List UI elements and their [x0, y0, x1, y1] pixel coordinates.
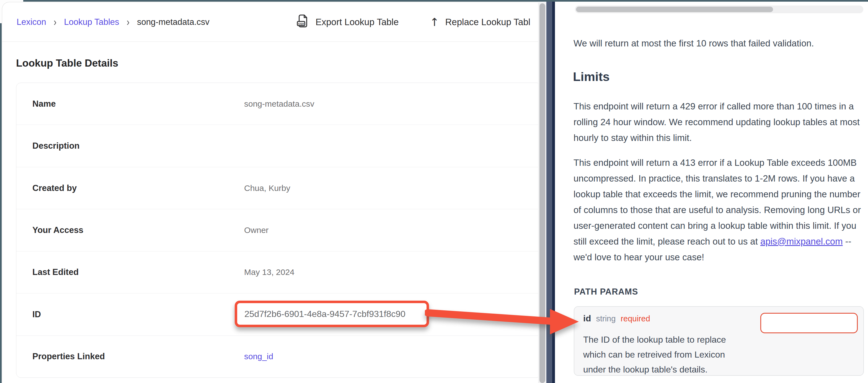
param-description-line: The ID of the lookup table to replace: [583, 332, 726, 347]
apis-mixpanel-email-link[interactable]: apis@mixpanel.com: [760, 236, 843, 246]
param-description: The ID of the lookup table to replace wh…: [583, 332, 726, 377]
row-label: Last Edited: [32, 267, 79, 277]
limits-paragraph-429: This endpoint will return a 429 error if…: [574, 98, 863, 146]
row-label: Properties Linked: [32, 351, 105, 361]
svg-text:csv: csv: [298, 22, 304, 26]
row-label: Created by: [32, 183, 77, 193]
row-label: ID: [32, 310, 41, 319]
csv-file-icon: csv: [296, 14, 309, 30]
param-header: id string required: [583, 313, 650, 323]
replace-lookup-table-button[interactable]: ↑ Replace Lookup Tabl: [430, 2, 530, 42]
param-description-line: which can be retreived from Lexicon: [583, 347, 726, 362]
backdrop-top-strip: [23, 0, 868, 2]
limits-paragraph-413: This endpoint will return a 413 error if…: [574, 155, 864, 265]
page-title: Lookup Table Details: [16, 58, 118, 69]
row-label: Description: [32, 141, 80, 151]
param-description-line: under the lookup table's details.: [583, 362, 726, 377]
song-id-property-link[interactable]: song_id: [244, 352, 273, 361]
param-type: string: [596, 314, 616, 323]
export-lookup-table-button[interactable]: csv Export Lookup Table: [296, 2, 399, 42]
param-required-badge: required: [621, 314, 650, 323]
breadcrumb-lexicon[interactable]: Lexicon: [17, 17, 46, 27]
export-button-label: Export Lookup Table: [315, 17, 399, 27]
row-label: Your Access: [32, 225, 83, 235]
breadcrumb-separator-icon: ›: [127, 16, 129, 28]
limits-heading: Limits: [573, 70, 610, 84]
annotation-arrow: [425, 301, 585, 343]
table-row-created-by: Created by Chua, Kurby: [16, 167, 538, 209]
table-row-last-edited: Last Edited May 13, 2024: [16, 251, 538, 293]
docs-intro-text: We will return at most the first 10 rows…: [574, 35, 863, 51]
lookup-table-id-value: 25d7f2b6-6901-4e8a-9457-7cbf931f8c90: [244, 309, 405, 319]
row-label: Name: [32, 99, 56, 109]
param-id-input[interactable]: [760, 313, 858, 333]
path-params-label: PATH PARAMS: [574, 287, 638, 297]
row-value: Owner: [244, 225, 269, 235]
screenshot-stage: Lexicon › Lookup Tables › song-metadata.…: [0, 0, 868, 383]
table-row-description: Description: [16, 125, 538, 167]
lexicon-header: Lexicon › Lookup Tables › song-metadata.…: [2, 2, 538, 42]
annotation-highlight-box: 25d7f2b6-6901-4e8a-9457-7cbf931f8c90: [235, 301, 429, 327]
breadcrumb-lookup-tables[interactable]: Lookup Tables: [64, 17, 119, 27]
row-value: May 13, 2024: [244, 268, 294, 277]
docs-horizontal-scrollbar-thumb[interactable]: [576, 7, 773, 12]
breadcrumb: Lexicon › Lookup Tables › song-metadata.…: [17, 2, 210, 42]
path-param-id-card: id string required The ID of the lookup …: [574, 306, 864, 376]
upload-arrow-icon: ↑: [430, 16, 439, 29]
breadcrumb-separator-icon: ›: [54, 16, 57, 28]
breadcrumb-current-file: song-metadata.csv: [137, 17, 210, 27]
table-row-your-access: Your Access Owner: [16, 209, 538, 251]
replace-button-label: Replace Lookup Tabl: [445, 17, 531, 27]
paragraph-text: This endpoint will return a 413 error if…: [574, 158, 861, 246]
row-value: Chua, Kurby: [244, 183, 290, 193]
table-row-name: Name song-metadata.csv: [16, 83, 538, 125]
backdrop-left-strip: [0, 23, 2, 383]
row-value: song-metadata.csv: [244, 99, 314, 109]
